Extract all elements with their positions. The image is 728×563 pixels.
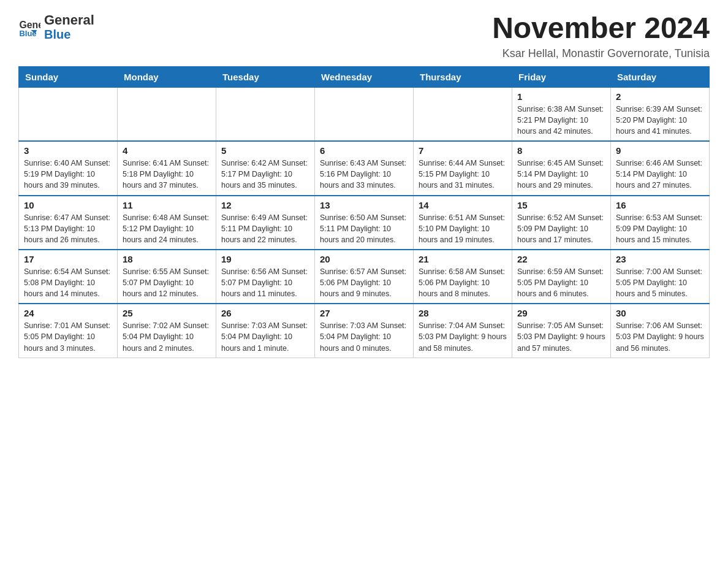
day-info: Sunrise: 6:43 AM Sunset: 5:16 PM Dayligh… xyxy=(320,158,408,191)
calendar-cell: 29Sunrise: 7:05 AM Sunset: 5:03 PM Dayli… xyxy=(512,304,611,358)
calendar-cell: 18Sunrise: 6:55 AM Sunset: 5:07 PM Dayli… xyxy=(118,250,216,304)
day-info: Sunrise: 6:42 AM Sunset: 5:17 PM Dayligh… xyxy=(221,158,309,191)
calendar-cell: 10Sunrise: 6:47 AM Sunset: 5:13 PM Dayli… xyxy=(19,196,118,250)
calendar-cell: 24Sunrise: 7:01 AM Sunset: 5:05 PM Dayli… xyxy=(19,304,118,358)
day-number: 10 xyxy=(24,200,112,210)
day-info: Sunrise: 6:39 AM Sunset: 5:20 PM Dayligh… xyxy=(616,104,704,137)
day-info: Sunrise: 6:59 AM Sunset: 5:05 PM Dayligh… xyxy=(517,266,605,299)
calendar-cell: 5Sunrise: 6:42 AM Sunset: 5:17 PM Daylig… xyxy=(216,141,315,195)
calendar-cell: 8Sunrise: 6:45 AM Sunset: 5:14 PM Daylig… xyxy=(512,141,611,195)
calendar-cell xyxy=(19,87,118,141)
day-number: 26 xyxy=(221,308,309,318)
day-info: Sunrise: 6:55 AM Sunset: 5:07 PM Dayligh… xyxy=(123,266,211,299)
day-info: Sunrise: 7:04 AM Sunset: 5:03 PM Dayligh… xyxy=(419,320,507,353)
day-info: Sunrise: 6:40 AM Sunset: 5:19 PM Dayligh… xyxy=(24,158,112,191)
calendar-cell: 19Sunrise: 6:56 AM Sunset: 5:07 PM Dayli… xyxy=(216,250,315,304)
calendar-cell: 4Sunrise: 6:41 AM Sunset: 5:18 PM Daylig… xyxy=(118,141,216,195)
day-number: 23 xyxy=(616,254,704,264)
day-number: 3 xyxy=(24,145,112,156)
day-number: 12 xyxy=(221,200,309,210)
day-info: Sunrise: 6:38 AM Sunset: 5:21 PM Dayligh… xyxy=(517,104,605,137)
day-info: Sunrise: 6:41 AM Sunset: 5:18 PM Dayligh… xyxy=(123,158,211,191)
calendar-cell: 7Sunrise: 6:44 AM Sunset: 5:15 PM Daylig… xyxy=(414,141,512,195)
title-block: November 2024 Ksar Hellal, Monastir Gove… xyxy=(492,12,710,60)
page-header: General Blue General Blue November 2024 … xyxy=(18,12,710,60)
day-number: 16 xyxy=(616,200,704,210)
logo: General Blue General Blue xyxy=(18,12,94,42)
weekday-header-saturday: Saturday xyxy=(611,66,710,87)
calendar-cell: 21Sunrise: 6:58 AM Sunset: 5:06 PM Dayli… xyxy=(414,250,512,304)
day-info: Sunrise: 6:53 AM Sunset: 5:09 PM Dayligh… xyxy=(616,212,704,245)
calendar-week-row: 3Sunrise: 6:40 AM Sunset: 5:19 PM Daylig… xyxy=(19,141,710,195)
day-info: Sunrise: 7:01 AM Sunset: 5:05 PM Dayligh… xyxy=(24,320,112,353)
day-number: 30 xyxy=(616,308,704,318)
day-info: Sunrise: 6:45 AM Sunset: 5:14 PM Dayligh… xyxy=(517,158,605,191)
calendar-cell: 17Sunrise: 6:54 AM Sunset: 5:08 PM Dayli… xyxy=(19,250,118,304)
day-number: 18 xyxy=(123,254,211,264)
day-info: Sunrise: 6:46 AM Sunset: 5:14 PM Dayligh… xyxy=(616,158,704,191)
day-number: 4 xyxy=(123,145,211,156)
calendar-cell: 3Sunrise: 6:40 AM Sunset: 5:19 PM Daylig… xyxy=(19,141,118,195)
day-number: 8 xyxy=(517,145,605,156)
day-info: Sunrise: 7:03 AM Sunset: 5:04 PM Dayligh… xyxy=(221,320,309,353)
day-info: Sunrise: 6:52 AM Sunset: 5:09 PM Dayligh… xyxy=(517,212,605,245)
day-number: 15 xyxy=(517,200,605,210)
calendar-table: SundayMondayTuesdayWednesdayThursdayFrid… xyxy=(18,66,710,358)
day-number: 24 xyxy=(24,308,112,318)
day-number: 29 xyxy=(517,308,605,318)
day-number: 7 xyxy=(419,145,507,156)
calendar-cell: 9Sunrise: 6:46 AM Sunset: 5:14 PM Daylig… xyxy=(611,141,710,195)
calendar-cell: 23Sunrise: 7:00 AM Sunset: 5:05 PM Dayli… xyxy=(611,250,710,304)
day-info: Sunrise: 7:05 AM Sunset: 5:03 PM Dayligh… xyxy=(517,320,605,353)
calendar-cell: 26Sunrise: 7:03 AM Sunset: 5:04 PM Dayli… xyxy=(216,304,315,358)
calendar-cell: 2Sunrise: 6:39 AM Sunset: 5:20 PM Daylig… xyxy=(611,87,710,141)
weekday-header-tuesday: Tuesday xyxy=(216,66,315,87)
day-number: 28 xyxy=(419,308,507,318)
calendar-cell xyxy=(216,87,315,141)
calendar-cell: 13Sunrise: 6:50 AM Sunset: 5:11 PM Dayli… xyxy=(315,196,414,250)
calendar-cell xyxy=(315,87,414,141)
day-info: Sunrise: 6:50 AM Sunset: 5:11 PM Dayligh… xyxy=(320,212,408,245)
calendar-cell: 16Sunrise: 6:53 AM Sunset: 5:09 PM Dayli… xyxy=(611,196,710,250)
calendar-cell: 25Sunrise: 7:02 AM Sunset: 5:04 PM Dayli… xyxy=(118,304,216,358)
calendar-cell: 28Sunrise: 7:04 AM Sunset: 5:03 PM Dayli… xyxy=(414,304,512,358)
day-info: Sunrise: 6:44 AM Sunset: 5:15 PM Dayligh… xyxy=(419,158,507,191)
day-info: Sunrise: 7:02 AM Sunset: 5:04 PM Dayligh… xyxy=(123,320,211,353)
calendar-cell: 11Sunrise: 6:48 AM Sunset: 5:12 PM Dayli… xyxy=(118,196,216,250)
day-number: 19 xyxy=(221,254,309,264)
day-number: 2 xyxy=(616,91,704,102)
day-info: Sunrise: 7:03 AM Sunset: 5:04 PM Dayligh… xyxy=(320,320,408,353)
calendar-week-row: 10Sunrise: 6:47 AM Sunset: 5:13 PM Dayli… xyxy=(19,196,710,250)
weekday-header-sunday: Sunday xyxy=(19,66,118,87)
calendar-cell: 30Sunrise: 7:06 AM Sunset: 5:03 PM Dayli… xyxy=(611,304,710,358)
calendar-week-row: 24Sunrise: 7:01 AM Sunset: 5:05 PM Dayli… xyxy=(19,304,710,358)
day-number: 11 xyxy=(123,200,211,210)
day-number: 13 xyxy=(320,200,408,210)
day-info: Sunrise: 7:00 AM Sunset: 5:05 PM Dayligh… xyxy=(616,266,704,299)
day-info: Sunrise: 6:51 AM Sunset: 5:10 PM Dayligh… xyxy=(419,212,507,245)
calendar-week-row: 1Sunrise: 6:38 AM Sunset: 5:21 PM Daylig… xyxy=(19,87,710,141)
day-info: Sunrise: 6:54 AM Sunset: 5:08 PM Dayligh… xyxy=(24,266,112,299)
weekday-header-thursday: Thursday xyxy=(414,66,512,87)
day-number: 5 xyxy=(221,145,309,156)
calendar-cell: 15Sunrise: 6:52 AM Sunset: 5:09 PM Dayli… xyxy=(512,196,611,250)
logo-icon: General Blue xyxy=(18,16,40,38)
weekday-header-monday: Monday xyxy=(118,66,216,87)
day-number: 21 xyxy=(419,254,507,264)
calendar-cell: 6Sunrise: 6:43 AM Sunset: 5:16 PM Daylig… xyxy=(315,141,414,195)
calendar-cell: 22Sunrise: 6:59 AM Sunset: 5:05 PM Dayli… xyxy=(512,250,611,304)
day-number: 25 xyxy=(123,308,211,318)
day-number: 22 xyxy=(517,254,605,264)
day-number: 17 xyxy=(24,254,112,264)
calendar-cell xyxy=(414,87,512,141)
day-info: Sunrise: 6:58 AM Sunset: 5:06 PM Dayligh… xyxy=(419,266,507,299)
day-info: Sunrise: 7:06 AM Sunset: 5:03 PM Dayligh… xyxy=(616,320,704,353)
svg-text:Blue: Blue xyxy=(19,29,36,38)
location: Ksar Hellal, Monastir Governorate, Tunis… xyxy=(492,47,710,60)
day-info: Sunrise: 6:47 AM Sunset: 5:13 PM Dayligh… xyxy=(24,212,112,245)
day-info: Sunrise: 6:49 AM Sunset: 5:11 PM Dayligh… xyxy=(221,212,309,245)
day-number: 20 xyxy=(320,254,408,264)
calendar-cell: 20Sunrise: 6:57 AM Sunset: 5:06 PM Dayli… xyxy=(315,250,414,304)
calendar-cell: 12Sunrise: 6:49 AM Sunset: 5:11 PM Dayli… xyxy=(216,196,315,250)
weekday-header-friday: Friday xyxy=(512,66,611,87)
